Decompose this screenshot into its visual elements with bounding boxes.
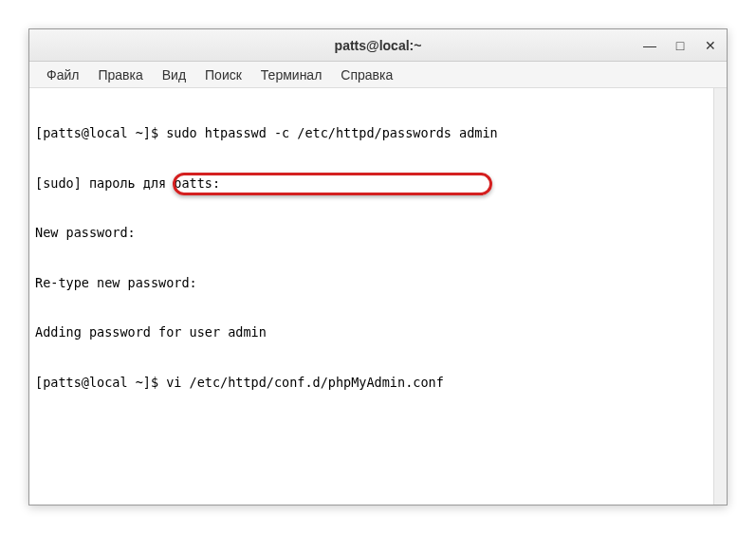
terminal-line: [patts@local ~]$ vi /etc/httpd/conf.d/ph…	[35, 375, 721, 392]
terminal-line: [sudo] пароль для patts:	[35, 175, 721, 193]
terminal-content[interactable]: [patts@local ~]$ sudo htpasswd -c /etc/h…	[29, 88, 727, 505]
menu-edit[interactable]: Правка	[88, 64, 152, 86]
menu-file[interactable]: Файл	[37, 64, 88, 86]
terminal-line: Adding password for user admin	[35, 324, 721, 341]
close-button[interactable]: ✕	[702, 37, 719, 54]
scrollbar[interactable]	[713, 88, 727, 505]
terminal-line: Re-type new password:	[35, 275, 721, 292]
terminal-line: [patts@local ~]$ sudo htpasswd -c /etc/h…	[35, 125, 721, 142]
window-title: patts@local:~	[335, 38, 422, 53]
menu-terminal[interactable]: Терминал	[251, 64, 331, 86]
window-controls: — □ ✕	[641, 37, 719, 54]
maximize-button[interactable]: □	[672, 37, 689, 54]
menu-help[interactable]: Справка	[331, 64, 402, 86]
minimize-button[interactable]: —	[641, 37, 658, 54]
menubar: Файл Правка Вид Поиск Терминал Справка	[29, 62, 727, 88]
titlebar: patts@local:~ — □ ✕	[29, 29, 727, 62]
terminal-line: New password:	[35, 225, 721, 242]
menu-view[interactable]: Вид	[153, 64, 195, 86]
menu-search[interactable]: Поиск	[195, 64, 251, 86]
terminal-window: patts@local:~ — □ ✕ Файл Правка Вид Поис…	[28, 28, 728, 505]
